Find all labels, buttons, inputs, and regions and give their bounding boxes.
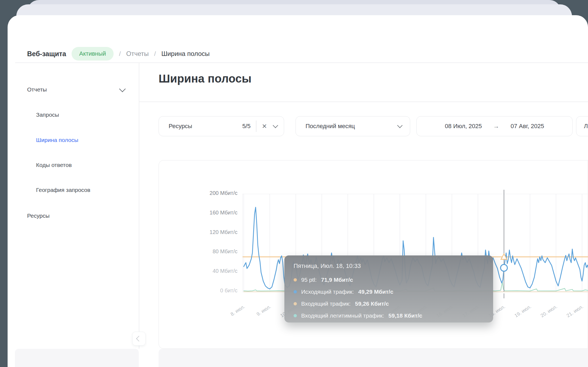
tooltip-row-value: 59,18 Кбит/с <box>388 312 422 319</box>
tooltip-row-label: Исходящий трафик: <box>301 289 354 295</box>
date-from: 08 Июл, 2025 <box>445 123 482 130</box>
breadcrumb-section[interactable]: Отчеты <box>126 50 149 58</box>
x-axis-label: 9. июл. <box>247 304 272 323</box>
tooltip-row-value: 71,9 Мбит/с <box>321 277 353 283</box>
series-dot-outgoing <box>294 290 297 293</box>
resources-filter-label: Ресурсы <box>169 123 192 130</box>
app-title: Веб-защита <box>27 50 66 58</box>
series-dot-incoming <box>294 302 297 305</box>
date-range-filter[interactable]: 08 Июл, 2025 → 07 Авг, 2025 <box>416 116 573 136</box>
sidebar-item-label: Запросы <box>36 112 59 118</box>
breadcrumb-divider <box>15 62 588 63</box>
breadcrumb-current: Ширина полосы <box>161 50 210 58</box>
y-axis-label: 160 Мбит/с <box>170 210 237 216</box>
y-axis-label: 120 Мбит/с <box>170 229 237 235</box>
chevron-down-icon <box>119 86 126 92</box>
sidebar-item-resources[interactable]: Ресурсы <box>27 209 50 223</box>
chevron-left-icon <box>136 336 142 341</box>
breadcrumb: Веб-защита Активный / Отчеты / Ширина по… <box>27 45 210 62</box>
sidebar-divider <box>139 63 139 349</box>
tooltip-row-label: Входящий трафик: <box>301 300 351 307</box>
clear-icon[interactable]: ✕ <box>262 123 267 130</box>
x-axis-label: 8. июл. <box>221 304 246 323</box>
tooltip-row: Исходящий трафик: 49,29 Мбит/с <box>294 286 484 298</box>
next-section-panel <box>159 349 588 367</box>
sidebar-item-label: Коды ответов <box>36 162 72 168</box>
tooltip-title: Пятница, Июл. 18, 10:33 <box>294 262 484 270</box>
resources-filter[interactable]: Ресурсы 5/5 ✕ <box>159 116 284 136</box>
sidebar-item-label: Ширина полосы <box>36 137 78 143</box>
sidebar-item-response-codes[interactable]: Коды ответов <box>36 158 72 172</box>
series-dot-legit-incoming <box>294 314 297 317</box>
x-axis-label: 19. июл. <box>507 304 532 323</box>
period-filter[interactable]: Последний месяц <box>295 116 410 136</box>
series-dot-95ptl <box>294 278 297 281</box>
tooltip-row-label: 95 ptl: <box>301 277 317 283</box>
resources-filter-count: 5/5 <box>242 123 251 130</box>
y-axis-label: 200 Мбит/с <box>170 190 237 196</box>
chevron-down-icon[interactable] <box>273 123 278 128</box>
sidebar-item-label: География запросов <box>36 187 90 193</box>
x-axis-label: 22. июл. <box>585 304 588 323</box>
arrow-right-icon: → <box>493 123 499 130</box>
bandwidth-chart-card: 200 Мбит/с160 Мбит/с120 Мбит/с80 Мбит/с4… <box>159 160 588 349</box>
page-title: Ширина полосы <box>159 72 252 85</box>
tooltip-row: Входящий легитимный трафик: 59,18 Кбит/с <box>294 310 484 322</box>
sidebar-item-bandwidth[interactable]: Ширина полосы <box>36 133 78 147</box>
partial-filter-value: Ло <box>584 123 588 130</box>
sidebar-collapse-button[interactable] <box>132 332 146 346</box>
sidebar-item-requests[interactable]: Запросы <box>36 108 59 122</box>
sidebar-bottom-panel <box>15 349 139 367</box>
date-to: 07 Авг, 2025 <box>510 123 544 130</box>
status-badge: Активный <box>72 47 114 61</box>
title-divider <box>139 102 588 102</box>
tooltip-row-value: 49,29 Мбит/с <box>358 289 393 295</box>
breadcrumb-separator: / <box>119 50 121 58</box>
sidebar-item-request-geography[interactable]: География запросов <box>36 183 90 197</box>
tooltip-row: 95 ptl: 71,9 Мбит/с <box>294 274 484 286</box>
tooltip-row: Входящий трафик: 59,26 Кбит/с <box>294 298 484 310</box>
x-axis-label: 21. июл. <box>559 304 584 323</box>
sidebar-item-label: Ресурсы <box>27 213 50 219</box>
chevron-down-icon <box>397 123 403 128</box>
y-axis-label: 0 бит/с <box>170 287 237 294</box>
period-filter-value: Последний месяц <box>306 123 355 130</box>
sidebar-item-reports[interactable]: Отчеты <box>27 83 125 96</box>
partial-filter[interactable]: Ло <box>576 116 588 136</box>
y-axis-label: 80 Мбит/с <box>170 248 237 255</box>
filter-inner-divider <box>256 121 256 132</box>
sidebar-item-label: Отчеты <box>27 86 47 93</box>
tooltip-row-value: 59,26 Кбит/с <box>355 300 389 307</box>
tooltip-row-label: Входящий легитимный трафик: <box>301 312 384 319</box>
chart-tooltip: Пятница, Июл. 18, 10:33 95 ptl: 71,9 Мби… <box>284 255 493 322</box>
x-axis-label: 20. июл. <box>533 304 558 323</box>
breadcrumb-separator: / <box>154 50 156 58</box>
y-axis-label: 40 Мбит/с <box>170 268 237 274</box>
